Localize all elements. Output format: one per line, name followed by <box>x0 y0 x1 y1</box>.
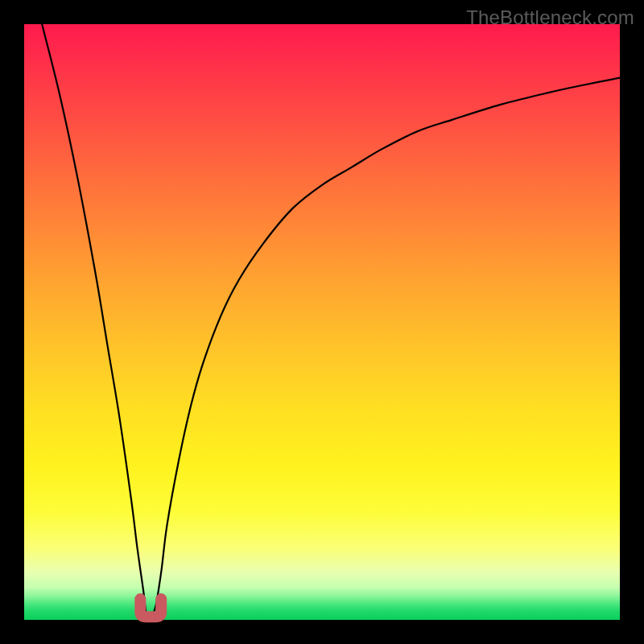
bottleneck-curve <box>24 24 620 620</box>
watermark-text: TheBottleneck.com <box>466 6 634 29</box>
chart-frame: TheBottleneck.com <box>0 0 644 644</box>
chart-plot-area <box>24 24 620 620</box>
